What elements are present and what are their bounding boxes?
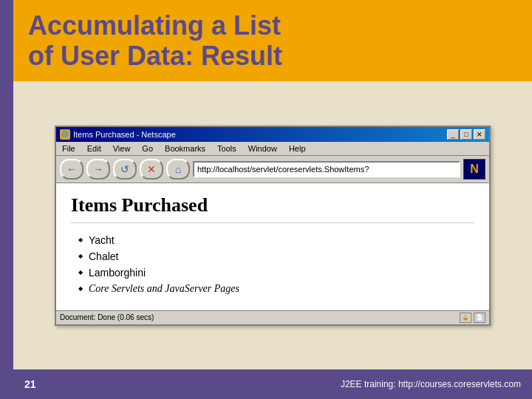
list-item: Yacht [78, 234, 474, 246]
address-bar-container [193, 161, 460, 177]
left-bar [0, 0, 13, 399]
items-purchased-title: Items Purchased [71, 194, 474, 223]
stop-button[interactable]: ✕ [140, 159, 163, 180]
browser-toolbar: ← → ↺ ✕ ⌂ N [56, 156, 489, 183]
menu-help[interactable]: Help [287, 143, 308, 154]
menu-file[interactable]: File [60, 143, 78, 154]
reload-button[interactable]: ↺ [113, 159, 137, 180]
netscape-logo: N [463, 159, 485, 180]
forward-button[interactable]: → [86, 159, 110, 180]
netscape-icon: N [470, 163, 479, 176]
menu-edit[interactable]: Edit [85, 143, 103, 154]
browser-menubar: File Edit View Go Bookmarks Tools Window… [56, 142, 489, 156]
browser-icon: 🌐 [60, 129, 70, 140]
close-button[interactable]: ✕ [474, 129, 485, 140]
titlebar-buttons: _ □ ✕ [447, 129, 485, 140]
back-button[interactable]: ← [60, 159, 83, 180]
back-icon: ← [66, 163, 77, 175]
list-item: Lamborghini [78, 267, 474, 279]
list-item: Core Servlets and JavaServer Pages [78, 283, 474, 295]
titlebar-left: 🌐 Items Purchased - Netscape [60, 129, 176, 140]
address-input[interactable] [193, 161, 460, 177]
browser-content: Items Purchased Yacht Chalet Lamborghini… [56, 183, 489, 310]
status-icons: 🔒 📄 [460, 313, 485, 323]
status-text: Document: Done (0.06 secs) [60, 313, 154, 321]
list-item: Chalet [78, 250, 474, 262]
page-number: 21 [24, 378, 36, 390]
titlebar-title: Items Purchased - Netscape [73, 130, 176, 139]
browser-titlebar: 🌐 Items Purchased - Netscape _ □ ✕ [56, 127, 489, 142]
page-title: Accumulating a List of User Data: Result [28, 10, 282, 72]
home-button[interactable]: ⌂ [166, 159, 190, 180]
minimize-button[interactable]: _ [447, 129, 459, 140]
menu-bookmarks[interactable]: Bookmarks [163, 143, 208, 154]
title-line2: of User Data: Result [28, 41, 282, 71]
menu-tools[interactable]: Tools [215, 143, 239, 154]
home-icon: ⌂ [175, 163, 181, 175]
browser-window: 🌐 Items Purchased - Netscape _ □ ✕ File … [55, 126, 491, 326]
status-icon-2: 📄 [474, 313, 485, 323]
footer: 21 J2EE training: http://courses.coreser… [13, 369, 532, 399]
footer-credit: J2EE training: http://courses.coreservle… [341, 379, 521, 389]
forward-icon: → [93, 163, 103, 175]
browser-statusbar: Document: Done (0.06 secs) 🔒 📄 [56, 310, 489, 324]
status-icon-1: 🔒 [460, 313, 471, 323]
menu-view[interactable]: View [111, 143, 133, 154]
header: Accumulating a List of User Data: Result [13, 0, 532, 81]
menu-window[interactable]: Window [246, 143, 279, 154]
title-line1: Accumulating a List [28, 10, 281, 41]
stop-icon: ✕ [147, 163, 156, 175]
maximize-button[interactable]: □ [460, 129, 472, 140]
reload-icon: ↺ [120, 163, 129, 175]
menu-go[interactable]: Go [140, 143, 155, 154]
items-list: Yacht Chalet Lamborghini Core Servlets a… [71, 234, 474, 295]
main-content: 🌐 Items Purchased - Netscape _ □ ✕ File … [13, 81, 532, 369]
